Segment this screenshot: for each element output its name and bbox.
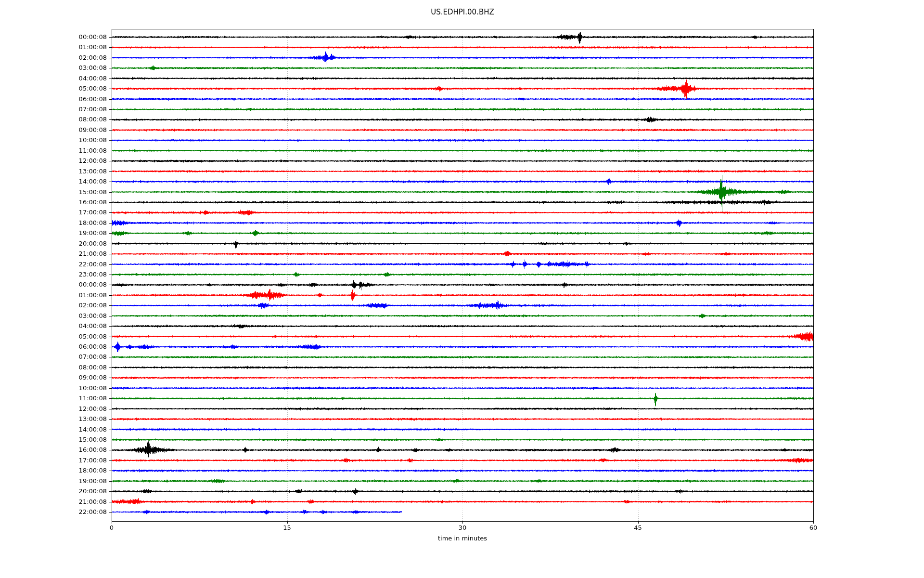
trace-time-label: 18:00:08 xyxy=(0,467,107,474)
trace-time-label: 06:00:08 xyxy=(0,95,107,103)
x-tick-label: 60 xyxy=(796,524,830,531)
trace-time-label: 16:00:08 xyxy=(0,198,107,206)
trace-time-label: 11:00:08 xyxy=(0,147,107,155)
trace-time-label: 04:00:08 xyxy=(0,322,107,330)
trace-time-label: 16:00:08 xyxy=(0,446,107,454)
seismogram-canvas xyxy=(0,0,924,578)
seismogram-page: US.EDHPI.00.BHZ time in minutes 00:00:08… xyxy=(0,0,924,578)
trace-time-label: 07:00:08 xyxy=(0,105,107,113)
trace-time-label: 01:00:08 xyxy=(0,43,107,51)
trace-time-label: 22:00:08 xyxy=(0,261,107,268)
trace-time-label: 14:00:08 xyxy=(0,178,107,185)
trace-time-label: 07:00:08 xyxy=(0,353,107,361)
trace-time-label: 03:00:08 xyxy=(0,64,107,72)
trace-time-label: 10:00:08 xyxy=(0,384,107,392)
trace-time-label: 01:00:08 xyxy=(0,291,107,299)
trace-time-label: 23:00:08 xyxy=(0,271,107,278)
trace-time-label: 22:00:08 xyxy=(0,508,107,516)
trace-time-label: 20:00:08 xyxy=(0,487,107,495)
trace-time-label: 13:00:08 xyxy=(0,415,107,423)
trace-time-label: 02:00:08 xyxy=(0,54,107,62)
trace-time-label: 08:00:08 xyxy=(0,364,107,371)
trace-time-label: 10:00:08 xyxy=(0,136,107,144)
trace-time-label: 20:00:08 xyxy=(0,240,107,248)
trace-time-label: 15:00:08 xyxy=(0,188,107,196)
trace-time-label: 00:00:08 xyxy=(0,281,107,289)
trace-time-label: 21:00:08 xyxy=(0,250,107,258)
trace-time-label: 13:00:08 xyxy=(0,168,107,175)
trace-time-label: 06:00:08 xyxy=(0,343,107,351)
trace-time-label: 19:00:08 xyxy=(0,229,107,237)
trace-time-label: 09:00:08 xyxy=(0,374,107,381)
trace-time-label: 03:00:08 xyxy=(0,312,107,320)
trace-time-label: 09:00:08 xyxy=(0,126,107,134)
x-tick-label: 45 xyxy=(621,524,655,531)
x-tick-label: 0 xyxy=(95,524,128,531)
x-axis-label: time in minutes xyxy=(112,535,813,542)
x-tick-label: 15 xyxy=(270,524,304,531)
trace-time-label: 08:00:08 xyxy=(0,116,107,123)
trace-time-label: 11:00:08 xyxy=(0,394,107,402)
trace-time-label: 17:00:08 xyxy=(0,209,107,216)
trace-time-label: 21:00:08 xyxy=(0,498,107,506)
trace-time-label: 14:00:08 xyxy=(0,426,107,434)
plot-title: US.EDHPI.00.BHZ xyxy=(112,8,813,16)
trace-time-label: 05:00:08 xyxy=(0,333,107,341)
trace-time-label: 04:00:08 xyxy=(0,75,107,82)
trace-time-label: 12:00:08 xyxy=(0,405,107,413)
trace-time-label: 15:00:08 xyxy=(0,436,107,444)
trace-time-label: 12:00:08 xyxy=(0,157,107,165)
x-tick-label: 30 xyxy=(446,524,479,531)
trace-time-label: 05:00:08 xyxy=(0,85,107,92)
trace-time-label: 18:00:08 xyxy=(0,219,107,227)
trace-time-label: 17:00:08 xyxy=(0,457,107,464)
trace-time-label: 00:00:08 xyxy=(0,33,107,41)
trace-time-label: 19:00:08 xyxy=(0,477,107,485)
trace-time-label: 02:00:08 xyxy=(0,302,107,309)
